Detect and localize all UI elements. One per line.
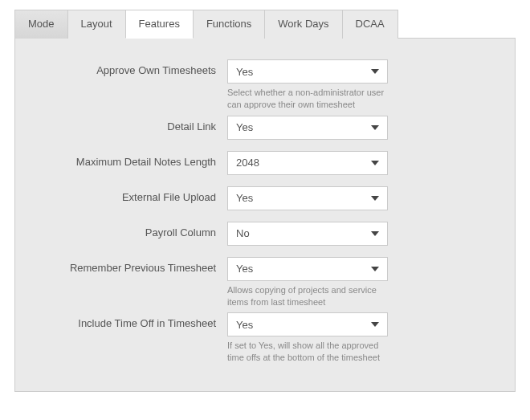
external-file-upload-select[interactable]: Yes [227, 186, 388, 210]
select-value: No [236, 227, 250, 239]
tab-label: DCAA [356, 18, 385, 30]
field-label: Maximum Detail Notes Length [35, 151, 227, 168]
select-value: Yes [236, 319, 253, 331]
include-time-off-select[interactable]: Yes [227, 312, 388, 336]
chevron-down-icon [369, 228, 381, 239]
tab-label: Layout [81, 18, 112, 30]
field-payroll-column: Payroll Column No [35, 222, 495, 246]
chevron-down-icon [369, 66, 381, 77]
field-help: Select whether a non-administrator user … [227, 87, 388, 111]
payroll-column-select[interactable]: No [227, 222, 388, 246]
tab-strip: Mode Layout Features Functions Work Days… [14, 10, 516, 39]
field-external-file-upload: External File Upload Yes [35, 186, 495, 210]
field-label: Payroll Column [35, 222, 227, 239]
remember-previous-select[interactable]: Yes [227, 257, 388, 281]
tab-mode[interactable]: Mode [14, 10, 68, 39]
field-max-detail-notes-length: Maximum Detail Notes Length 2048 [35, 151, 495, 175]
tab-label: Functions [206, 18, 251, 30]
features-panel: Approve Own Timesheets Yes Select whethe… [14, 38, 516, 392]
max-detail-notes-select[interactable]: 2048 [227, 151, 388, 175]
tab-work-days[interactable]: Work Days [264, 10, 342, 39]
tab-features[interactable]: Features [125, 10, 194, 39]
chevron-down-icon [369, 193, 381, 204]
field-detail-link: Detail Link Yes [35, 116, 495, 140]
field-label: Remember Previous Timesheet [35, 257, 227, 274]
field-label: Detail Link [35, 116, 227, 133]
field-include-time-off: Include Time Off in Timesheet Yes If set… [35, 312, 495, 364]
field-approve-own-timesheets: Approve Own Timesheets Yes Select whethe… [35, 59, 495, 111]
select-value: Yes [236, 192, 253, 204]
tab-label: Features [139, 18, 180, 30]
chevron-down-icon [369, 319, 381, 330]
field-label: Include Time Off in Timesheet [35, 312, 227, 329]
tab-functions[interactable]: Functions [193, 10, 265, 39]
tab-label: Work Days [278, 18, 328, 30]
select-value: 2048 [236, 157, 259, 169]
field-help: If set to Yes, will show all the approve… [227, 340, 388, 364]
select-value: Yes [236, 263, 253, 275]
select-value: Yes [236, 66, 253, 78]
field-label: Approve Own Timesheets [35, 59, 227, 76]
tab-label: Mode [28, 18, 55, 30]
approve-own-select[interactable]: Yes [227, 59, 388, 84]
detail-link-select[interactable]: Yes [227, 116, 388, 140]
tab-dcaa[interactable]: DCAA [342, 10, 398, 39]
chevron-down-icon [369, 157, 381, 169]
field-label: External File Upload [35, 186, 227, 203]
field-remember-previous-timesheet: Remember Previous Timesheet Yes Allows c… [35, 257, 495, 308]
chevron-down-icon [369, 263, 381, 275]
select-value: Yes [236, 121, 253, 133]
field-help: Allows copying of projects and service i… [227, 284, 388, 308]
tab-layout[interactable]: Layout [67, 10, 126, 39]
chevron-down-icon [369, 122, 381, 133]
